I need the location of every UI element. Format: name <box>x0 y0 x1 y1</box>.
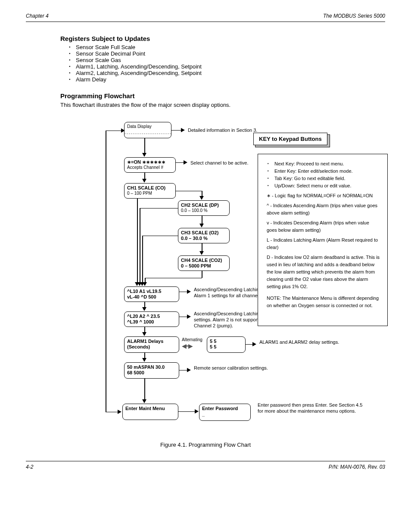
list-item: Alarm2, Latching, Ascending/Descending, … <box>69 70 385 76</box>
note-delays: ALARM1 and ALARM2 delay settings. <box>259 339 341 345</box>
node-alarm2: ^L20 A2 ^ 23.5 ^L39 ^ 1000 <box>124 311 179 327</box>
note-a1: Ascending/Descending Latching Alarm 1 se… <box>194 286 267 299</box>
header-rule <box>26 22 385 22</box>
node-ch2: CH2 SCALE (DP) 0.0 – 100.0 % <box>178 200 230 216</box>
list-item: Sensor Scale Decimal Point <box>69 50 385 57</box>
header-right: The MODBUS Series 5000 <box>323 13 385 19</box>
node-ch1: CH1 SCALE (CO) 0 – 100 PPM <box>124 183 176 199</box>
node-ch3: CH3 SCALE (O2) 0.0 – 30.0 % <box>178 228 230 243</box>
regs-title: Registers Subject to Updates <box>60 35 385 42</box>
double-arrow-icon: ◀━▶ <box>182 342 192 349</box>
note-maspan: Remote sensor calibration settings. <box>194 365 289 371</box>
node-data-display: Data Display <box>124 122 171 138</box>
list-item: Sensor Scale Gas <box>69 57 385 63</box>
flowchart: Data Display Detailed information in Sec… <box>69 119 379 434</box>
figure-caption: Figure 4.1. Programming Flow Chart <box>26 442 385 448</box>
header-left: Chapter 4 <box>26 13 49 19</box>
footer-left: 4-2 <box>26 464 33 470</box>
list-item: Alarm1, Latching, Ascending/Descending, … <box>69 63 385 70</box>
note-maint: Enter password then press Enter. See Sec… <box>258 402 365 414</box>
node-ch4: CH4 SCALE (CO2) 0 – 5000 PPM <box>178 255 230 271</box>
prog-title: Programming Flowchart <box>60 92 385 100</box>
node-delay-values: 5 5 5 5 <box>207 336 246 353</box>
regs-list: Sensor Scale Full Scale Sensor Scale Dec… <box>69 44 385 83</box>
alternating-label: Alternating <box>182 337 202 342</box>
key-title: KEY to Keypad Buttons <box>253 133 327 145</box>
key-panel: ▪Next Key: Proceed to next menu. ▪Enter … <box>258 154 388 326</box>
node-on: ∗=ON ∗∗∗∗∗∗ Accepts Channel # <box>124 157 176 173</box>
node-delays: ALARM1 Delays (Seconds) <box>124 336 179 353</box>
list-item: Alarm Delay <box>69 76 385 83</box>
footer-rule <box>26 461 385 461</box>
node-password: Enter Password _ <box>199 404 251 421</box>
node-maspan: 50 mASPAN 30.0 68 5000 <box>124 362 179 379</box>
list-item: Sensor Scale Full Scale <box>69 44 385 50</box>
node-alarm1: ^L10 A1 vL19.5 vL-40 ^D 500 <box>124 286 179 302</box>
prog-paragraph: This flowchart illustrates the flow of t… <box>60 101 385 109</box>
node-maint: Enter Maint Menu <box>122 404 178 420</box>
note-on: Select channel to be active. <box>190 160 249 166</box>
footer-right: P/N: MAN-0076, Rev. 03 <box>329 464 385 470</box>
